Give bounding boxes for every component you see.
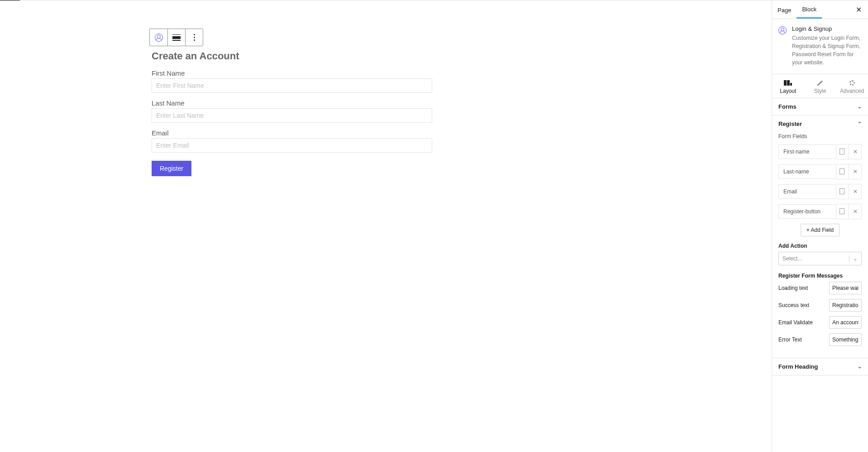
field-item-email: Email ✕ — [778, 184, 862, 199]
tab-layout[interactable]: Layout — [772, 74, 804, 98]
add-action-label: Add Action — [778, 243, 862, 249]
panel-forms: Forms ⌄ — [772, 98, 868, 115]
user-icon — [155, 34, 163, 42]
tab-page[interactable]: Page — [772, 1, 796, 18]
email-input[interactable] — [152, 138, 432, 153]
field-remove-button[interactable]: ✕ — [849, 184, 862, 199]
form-field-first-name: First Name — [152, 69, 432, 93]
close-icon: ✕ — [853, 188, 858, 195]
loading-text-label: Loading text — [778, 285, 825, 291]
close-icon: ✕ — [856, 6, 862, 14]
panel-register-title: Register — [778, 120, 802, 127]
gear-icon — [849, 80, 855, 86]
chevron-down-icon: ⌄ — [858, 104, 862, 110]
sidebar-tabs: Page Block ✕ — [772, 0, 868, 19]
form-heading: Create an Account — [152, 50, 432, 62]
loading-text-row: Loading text — [778, 282, 862, 294]
block-type-button[interactable] — [150, 29, 167, 46]
align-icon — [172, 34, 181, 41]
copy-icon — [840, 149, 844, 154]
field-name-button[interactable]: First-name — [778, 144, 836, 159]
field-remove-button[interactable]: ✕ — [849, 204, 862, 219]
field-duplicate-button[interactable] — [836, 184, 849, 199]
field-item-register-button: Register-button ✕ — [778, 204, 862, 219]
register-button[interactable]: Register — [152, 161, 191, 176]
field-duplicate-button[interactable] — [836, 204, 849, 219]
block-more-button[interactable] — [185, 29, 203, 46]
chevron-down-icon: ⌄ — [849, 255, 858, 262]
email-validate-input[interactable] — [829, 316, 862, 329]
panel-register-header[interactable]: Register ⌃ — [772, 115, 868, 132]
form-field-email: Email — [152, 129, 432, 153]
first-name-input[interactable] — [152, 78, 432, 93]
block-info: Login & Signup Customize your Login Form… — [772, 19, 868, 74]
email-label: Email — [152, 129, 432, 137]
close-icon: ✕ — [853, 168, 858, 175]
last-name-input[interactable] — [152, 108, 432, 123]
field-item-last-name: Last-name ✕ — [778, 164, 862, 179]
field-duplicate-button[interactable] — [836, 144, 849, 159]
loading-text-input[interactable] — [829, 282, 862, 294]
field-item-first-name: First-name ✕ — [778, 144, 862, 159]
copy-icon — [840, 209, 844, 214]
tab-style[interactable]: Style — [804, 74, 836, 98]
tab-advanced-label: Advanced — [840, 88, 864, 94]
tab-block[interactable]: Block — [796, 0, 822, 19]
chevron-down-icon: ⌄ — [858, 364, 862, 370]
add-field-button[interactable]: + Add Field — [801, 224, 839, 236]
close-icon: ✕ — [853, 208, 858, 215]
last-name-label: Last Name — [152, 99, 432, 107]
error-text-row: Error Text — [778, 333, 862, 346]
settings-sidebar: Page Block ✕ Login & Signup Customize yo… — [772, 0, 868, 452]
first-name-label: First Name — [152, 69, 432, 77]
field-duplicate-button[interactable] — [836, 164, 849, 179]
copy-icon — [840, 189, 844, 194]
success-text-input[interactable] — [829, 299, 862, 312]
success-text-row: Success text — [778, 299, 862, 312]
register-messages-heading: Register Form Messages — [778, 273, 862, 279]
tab-advanced[interactable]: Advanced — [836, 74, 868, 98]
field-name-button[interactable]: Last-name — [778, 164, 836, 179]
error-text-label: Error Text — [778, 337, 825, 343]
close-icon: ✕ — [853, 149, 858, 155]
layout-icon — [784, 80, 792, 86]
add-action-select[interactable]: Select... ⌄ — [778, 252, 862, 265]
field-remove-button[interactable]: ✕ — [849, 144, 862, 159]
email-validate-row: Email Validate — [778, 316, 862, 329]
success-text-label: Success text — [778, 302, 825, 308]
panel-form-heading-title: Form Heading — [778, 363, 818, 370]
panel-form-heading-header[interactable]: Form Heading ⌄ — [772, 358, 868, 375]
more-vertical-icon — [194, 34, 195, 41]
form-field-last-name: Last Name — [152, 99, 432, 123]
tab-style-label: Style — [814, 88, 826, 94]
editor-canvas[interactable]: Create an Account First Name Last Name E… — [0, 0, 772, 452]
block-toolbar — [149, 29, 203, 46]
block-description: Customize your Login Form, Registration … — [792, 34, 862, 67]
field-name-button[interactable]: Email — [778, 184, 836, 199]
register-form-block[interactable]: Create an Account First Name Last Name E… — [152, 50, 432, 176]
panel-register: Register ⌃ Form Fields First-name ✕ Last… — [772, 115, 868, 358]
block-align-button[interactable] — [167, 29, 185, 46]
setting-tabs: Layout Style Advanced — [772, 74, 868, 98]
field-name-button[interactable]: Register-button — [778, 204, 836, 219]
email-validate-label: Email Validate — [778, 319, 825, 326]
panel-form-heading: Form Heading ⌄ — [772, 358, 868, 375]
user-icon — [778, 26, 787, 34]
chevron-up-icon: ⌃ — [858, 121, 862, 127]
select-placeholder: Select... — [782, 255, 802, 262]
panel-forms-title: Forms — [778, 103, 796, 110]
copy-icon — [840, 169, 844, 174]
close-sidebar-button[interactable]: ✕ — [852, 2, 865, 18]
block-title: Login & Signup — [792, 25, 862, 32]
error-text-input[interactable] — [829, 333, 862, 346]
tab-layout-label: Layout — [780, 88, 796, 94]
field-remove-button[interactable]: ✕ — [849, 164, 862, 179]
panel-forms-header[interactable]: Forms ⌄ — [772, 98, 868, 115]
pencil-icon — [820, 80, 821, 86]
form-fields-label: Form Fields — [778, 133, 862, 139]
